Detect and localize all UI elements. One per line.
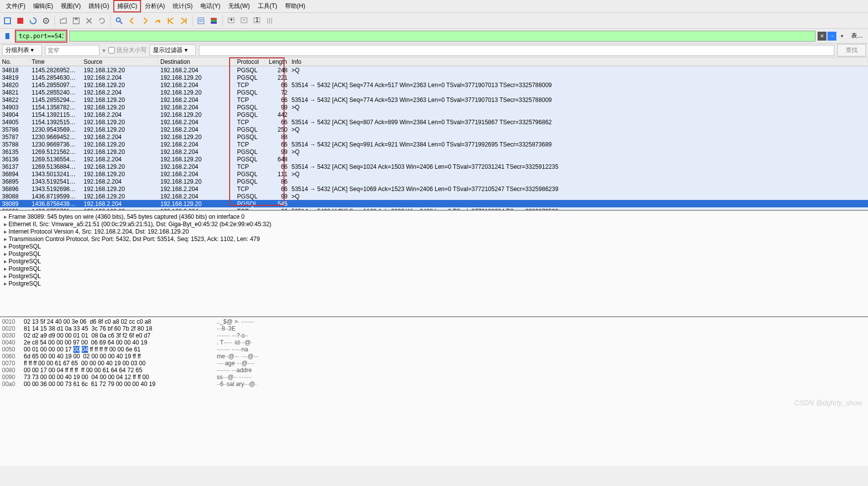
packet-row[interactable]: 348191145.2854630…192.168.2.204192.168.1… <box>0 74 868 81</box>
bookmark-icon[interactable] <box>2 31 13 42</box>
packet-row[interactable]: 348201145.2855097…192.168.129.20192.168.… <box>0 81 868 89</box>
packet-row[interactable]: 361351269.5121562…192.168.129.20192.168.… <box>0 148 868 155</box>
clear-filter-icon[interactable]: ✕ <box>818 32 826 41</box>
resize-cols-icon[interactable] <box>264 15 275 26</box>
packet-row[interactable]: 361361269.5136554…192.168.2.204192.168.1… <box>0 155 868 163</box>
detail-line[interactable]: PostgreSQL <box>4 243 864 250</box>
save-icon[interactable] <box>71 15 82 26</box>
detail-line[interactable]: Frame 38089: 545 bytes on wire (4360 bit… <box>4 213 864 220</box>
svg-point-6 <box>116 18 120 22</box>
open-icon[interactable] <box>58 15 69 26</box>
autoscroll-icon[interactable] <box>195 15 206 26</box>
packet-row[interactable]: 357861230.9543569…192.168.129.20192.168.… <box>0 126 868 133</box>
search-bar: 分组列表 ▾ ▾ 区分大小写 显示过滤器 ▾ 查找 <box>0 44 868 57</box>
dropdown-icon[interactable]: ▾ <box>837 32 846 41</box>
packet-row[interactable]: 349031154.1358782…192.168.129.20192.168.… <box>0 103 868 111</box>
svg-rect-11 <box>211 18 217 20</box>
detail-line[interactable]: Transmission Control Protocol, Src Port:… <box>4 235 864 243</box>
col-info[interactable]: Info <box>289 58 868 65</box>
hex-row[interactable]: 005000 01 00 00 00 17 00 04 ff ff ff ff … <box>2 346 866 353</box>
detail-line[interactable]: PostgreSQL <box>4 250 864 257</box>
forward-icon[interactable] <box>140 15 150 26</box>
hex-row[interactable]: 008000 00 17 00 04 ff ff ff ff 00 00 61 … <box>2 367 866 374</box>
packet-row[interactable]: 357871230.9669452…192.168.2.204192.168.1… <box>0 133 868 141</box>
packet-bytes-pane[interactable]: 001002 13 5f 24 40 00 3e 06 d6 8f c0 a8 … <box>0 317 868 466</box>
packet-row[interactable]: 357881230.9669736…192.168.129.20192.168.… <box>0 141 868 148</box>
hex-row[interactable]: 002081 14 15 38 d1 0a 33 45 3c 76 bf 60 … <box>2 325 866 332</box>
packet-row[interactable]: 368941343.5013241…192.168.129.20192.168.… <box>0 170 868 178</box>
packet-row[interactable]: 348181145.2826952…192.168.129.20192.168.… <box>0 66 868 74</box>
svg-rect-8 <box>198 18 204 24</box>
display-filter-dropdown[interactable]: 显示过滤器 ▾ <box>149 45 195 56</box>
detail-line[interactable]: Ethernet II, Src: Vmware_a5:21:51 (00:0c… <box>4 220 864 228</box>
menu-item[interactable]: 工具(T) <box>254 0 281 12</box>
hex-row[interactable]: 00606d 65 00 00 40 19 00 02 00 00 00 40 … <box>2 353 866 360</box>
find-icon[interactable] <box>114 15 125 26</box>
packet-row[interactable]: 348211145.2855240…192.168.2.204192.168.1… <box>0 89 868 96</box>
jump-icon[interactable] <box>152 15 163 26</box>
packet-row[interactable]: 380901436.8758761…192.168.129.20192.168.… <box>0 207 868 211</box>
options-icon[interactable] <box>41 15 51 26</box>
col-protocol[interactable]: Protocol <box>235 58 265 65</box>
expression-button[interactable]: 表… <box>848 31 866 41</box>
find-button[interactable]: 查找 <box>837 44 866 56</box>
packet-row[interactable]: 368961343.5192698…192.168.129.20192.168.… <box>0 185 868 193</box>
menu-item[interactable]: 帮助(H) <box>281 0 309 12</box>
packet-row[interactable]: 349041154.1392115…192.168.2.204192.168.1… <box>0 111 868 118</box>
hex-row[interactable]: 00402e c8 54 00 00 00 97 00 06 69 64 00 … <box>2 339 866 346</box>
search-scope-dropdown[interactable]: 分组列表 ▾ <box>2 45 42 56</box>
reload-icon[interactable] <box>96 15 107 26</box>
hex-row[interactable]: 003002 d2 a9 d9 00 00 01 01 08 0a c6 3f … <box>2 332 866 339</box>
packet-details-pane[interactable]: Frame 38089: 545 bytes on wire (4360 bit… <box>0 211 868 317</box>
col-no[interactable]: No. <box>0 58 30 65</box>
hex-row[interactable]: 00a000 00 36 00 00 73 61 6c 61 72 79 00 … <box>2 381 866 388</box>
menu-item[interactable]: 电话(Y) <box>196 0 224 12</box>
packet-row[interactable]: 348221145.2855294…192.168.129.20192.168.… <box>0 96 868 103</box>
first-icon[interactable] <box>165 15 176 26</box>
zoom-in-icon[interactable]: + <box>226 15 237 26</box>
detail-line[interactable]: PostgreSQL <box>4 272 864 280</box>
menu-item[interactable]: 文件(F) <box>2 0 29 12</box>
menu-item[interactable]: 捕获(C) <box>113 0 142 12</box>
last-icon[interactable] <box>178 15 189 26</box>
zoom-out-icon[interactable]: - <box>239 15 249 26</box>
packet-row[interactable]: 380881436.8719599…192.168.129.20192.168.… <box>0 193 868 200</box>
hex-row[interactable]: 001002 13 5f 24 40 00 3e 06 d6 8f c0 a8 … <box>2 318 866 325</box>
menu-item[interactable]: 编辑(E) <box>29 0 57 12</box>
colorize-icon[interactable] <box>208 15 219 26</box>
menu-item[interactable]: 无线(W) <box>224 0 253 12</box>
search-narrow-input[interactable] <box>45 45 99 56</box>
packet-row[interactable]: 368951343.5192541…192.168.2.204192.168.1… <box>0 178 868 185</box>
detail-line[interactable]: Internet Protocol Version 4, Src: 192.16… <box>4 228 864 235</box>
menu-item[interactable]: 分析(A) <box>141 0 169 12</box>
detail-line[interactable]: PostgreSQL <box>4 280 864 287</box>
detail-line[interactable]: PostgreSQL <box>4 257 864 265</box>
col-source[interactable]: Source <box>82 58 158 65</box>
search-text-input[interactable] <box>199 45 834 56</box>
col-destination[interactable]: Destination <box>158 58 235 65</box>
stop-icon[interactable] <box>15 15 26 26</box>
svg-text:1: 1 <box>255 17 259 23</box>
hex-row[interactable]: 009073 73 00 00 00 40 19 00 04 00 00 04 … <box>2 374 866 381</box>
packet-row[interactable]: 349051154.1392515…192.168.129.20192.168.… <box>0 118 868 126</box>
menu-item[interactable]: 视图(V) <box>57 0 85 12</box>
menu-item[interactable]: 统计(S) <box>169 0 196 12</box>
case-sensitive-checkbox[interactable]: 区分大小写 <box>108 46 146 54</box>
display-filter-input[interactable] <box>16 31 66 41</box>
menu-item[interactable]: 跳转(G) <box>85 0 113 12</box>
interface-icon[interactable] <box>2 15 13 26</box>
hex-row[interactable]: 0070ff ff ff 00 00 61 67 65 00 00 00 40 … <box>2 360 866 367</box>
detail-line[interactable]: PostgreSQL <box>4 265 864 272</box>
close-icon[interactable] <box>84 15 95 26</box>
back-icon[interactable] <box>127 15 138 26</box>
restart-icon[interactable] <box>28 15 39 26</box>
display-filter-input-ext[interactable] <box>69 31 816 42</box>
col-length[interactable]: Length <box>265 58 289 65</box>
packet-row[interactable]: 380891436.8758439…192.168.2.204192.168.1… <box>0 200 868 207</box>
col-time[interactable]: Time <box>30 58 82 65</box>
packet-row[interactable]: 361371269.5136884…192.168.129.20192.168.… <box>0 163 868 170</box>
svg-rect-12 <box>211 20 217 22</box>
apply-filter-icon[interactable]: → <box>827 32 836 41</box>
zoom-reset-icon[interactable]: 1 <box>251 15 262 26</box>
svg-rect-5 <box>75 18 78 20</box>
